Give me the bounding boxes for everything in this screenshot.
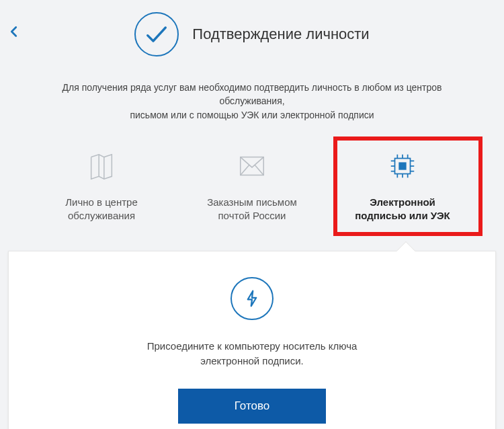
page-title: Подтверждение личности [192, 26, 369, 43]
lightning-icon [230, 277, 274, 320]
description-text: Для получения ряда услуг вам необходимо … [37, 81, 467, 122]
esignature-panel: Присоедините к компьютеру носитель ключа… [8, 251, 496, 429]
option-by-mail[interactable]: Заказным письмом почтой России [185, 141, 319, 233]
chip-icon [341, 147, 464, 185]
verification-options: Лично в центре обслуживания Заказным пис… [0, 141, 504, 233]
panel-instruction: Присоедините к компьютеру носитель ключа… [22, 339, 482, 368]
option-label: Заказным письмом почтой России [190, 196, 314, 223]
envelope-icon [190, 147, 314, 185]
map-icon [40, 147, 163, 185]
page-header: Подтверждение личности [0, 0, 504, 56]
svg-line-4 [255, 165, 263, 175]
option-label: Лично в центре обслуживания [40, 196, 163, 223]
ready-button[interactable]: Готово [178, 389, 326, 424]
checkmark-icon [134, 12, 179, 56]
back-button[interactable] [7, 24, 22, 39]
description-line: письмом или с помощью УЭК или электронно… [130, 110, 374, 120]
description-line: Для получения ряда услуг вам необходимо … [62, 82, 442, 106]
option-label: Электронной подписью или УЭК [341, 196, 464, 223]
option-in-person[interactable]: Лично в центре обслуживания [34, 141, 169, 233]
svg-line-3 [241, 165, 249, 175]
svg-rect-6 [399, 163, 406, 169]
option-esignature[interactable]: Электронной подписью или УЭК [335, 141, 470, 233]
